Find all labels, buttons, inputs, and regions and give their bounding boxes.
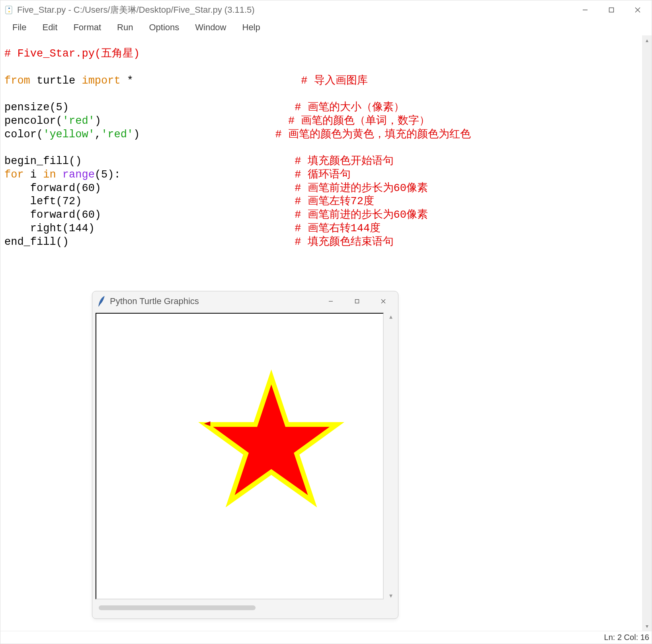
menu-window[interactable]: Window <box>187 21 234 34</box>
code-token: ) <box>95 115 101 127</box>
code-comment: # 画笔左转72度 <box>295 195 374 207</box>
turtle-window: Python Turtle Graphics <box>92 291 398 619</box>
code-token: (5): <box>95 169 121 181</box>
code-comment: # 循环语句 <box>295 169 350 181</box>
window-title: Five_Star.py - C:/Users/唐美琳/Desktop/Five… <box>17 4 255 16</box>
code-comment: # 填充颜色结束语句 <box>295 236 393 248</box>
code-token: in <box>43 169 56 181</box>
code-token: * <box>121 75 133 87</box>
menu-file[interactable]: File <box>4 21 34 34</box>
minimize-button[interactable] <box>572 1 598 19</box>
idle-titlebar: Five_Star.py - C:/Users/唐美琳/Desktop/Five… <box>0 0 652 20</box>
turtle-body: ▴ ▾ <box>92 311 398 619</box>
code-comment: # 画笔的颜色为黄色，填充的颜色为红色 <box>275 129 471 141</box>
code-token: left(72) <box>4 195 82 207</box>
code-token: turtle <box>30 75 82 87</box>
svg-rect-2 <box>609 8 614 12</box>
code-token: range <box>62 169 95 181</box>
code-comment: # 导入画图库 <box>301 75 367 87</box>
code-comment: # 画笔的颜色（单词，数字） <box>288 115 430 127</box>
code-token: import <box>82 75 120 87</box>
scroll-down-icon: ▾ <box>389 592 392 599</box>
code-token: forward(60) <box>4 182 101 194</box>
editor-scrollbar[interactable]: ▴ ▾ <box>642 35 652 631</box>
code-string: 'red' <box>62 115 95 127</box>
scroll-up-icon: ▴ <box>646 37 648 43</box>
code-comment: # 画笔右转144度 <box>295 222 381 234</box>
turtle-titlebar: Python Turtle Graphics <box>92 291 398 311</box>
turtle-canvas[interactable] <box>96 313 384 599</box>
code-token: pensize(5) <box>4 101 69 113</box>
code-token: forward(60) <box>4 209 101 221</box>
code-token: , <box>95 129 101 141</box>
menu-run[interactable]: Run <box>109 21 141 34</box>
menu-format[interactable]: Format <box>65 21 109 34</box>
code-comment: # 画笔前进的步长为60像素 <box>295 182 428 194</box>
turtle-close-button[interactable] <box>370 293 396 310</box>
code-comment: # 填充颜色开始语句 <box>295 155 393 167</box>
five-point-star-icon <box>205 377 337 501</box>
code-token: right(144) <box>4 222 95 234</box>
code-token: end_fill() <box>4 236 69 248</box>
idle-statusbar: Ln: 2 Col: 16 <box>0 631 652 644</box>
turtle-maximize-button[interactable] <box>344 293 370 310</box>
close-button[interactable] <box>625 1 651 19</box>
svg-rect-0 <box>6 6 12 14</box>
svg-rect-7 <box>355 300 359 303</box>
code-token: color( <box>4 129 43 141</box>
idle-menubar: File Edit Format Run Options Window Help <box>0 20 652 35</box>
code-string: 'yellow' <box>43 129 95 141</box>
code-editor[interactable]: # Five_Star.py(五角星) from turtle import *… <box>0 35 652 253</box>
python-file-icon <box>4 4 15 16</box>
scroll-thumb[interactable] <box>99 605 256 610</box>
code-token: for <box>4 169 24 181</box>
scroll-up-icon: ▴ <box>389 313 392 320</box>
feather-icon <box>97 295 106 307</box>
star-shape <box>205 377 337 501</box>
scroll-down-icon: ▾ <box>646 623 648 629</box>
turtle-minimize-button[interactable] <box>318 293 344 310</box>
menu-help[interactable]: Help <box>234 21 268 34</box>
code-token: begin_fill() <box>4 155 82 167</box>
status-text: Ln: 2 Col: 16 <box>604 633 649 642</box>
turtle-vscrollbar[interactable]: ▴ ▾ <box>386 313 396 599</box>
code-token: i <box>24 169 43 181</box>
menu-edit[interactable]: Edit <box>34 21 65 34</box>
menu-options[interactable]: Options <box>141 21 187 34</box>
maximize-button[interactable] <box>598 1 625 19</box>
idle-window: Five_Star.py - C:/Users/唐美琳/Desktop/Five… <box>0 0 652 644</box>
code-comment: # 画笔前进的步长为60像素 <box>295 209 428 221</box>
code-token: pencolor( <box>4 115 62 127</box>
turtle-title: Python Turtle Graphics <box>110 296 199 306</box>
code-token: ) <box>133 129 140 141</box>
code-line: # Five_Star.py(五角星) <box>4 48 140 60</box>
code-comment: # 画笔的大小（像素） <box>295 101 404 113</box>
turtle-hscrollbar[interactable] <box>96 603 384 612</box>
code-token: from <box>4 75 30 87</box>
code-string: 'red' <box>101 129 133 141</box>
